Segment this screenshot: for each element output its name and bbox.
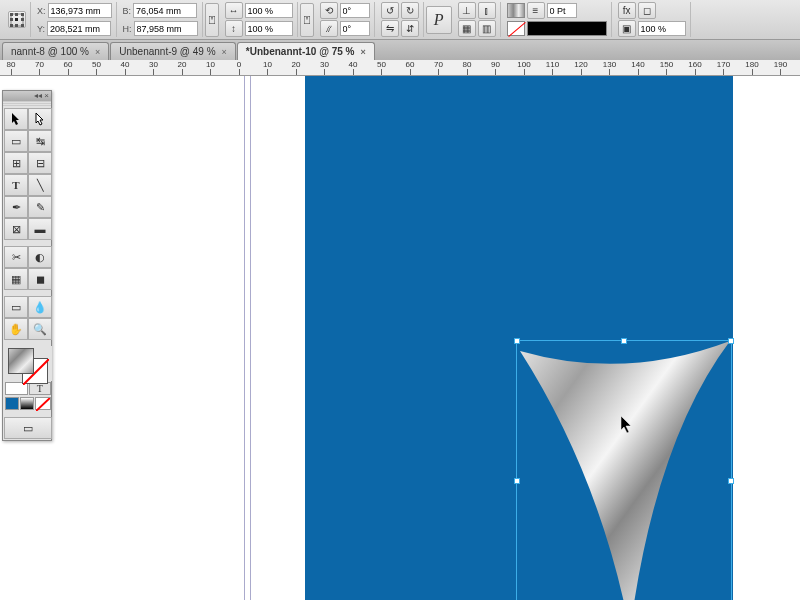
tab-label: Unbenannt-9 @ 49 % <box>119 46 215 57</box>
opacity-input[interactable] <box>638 21 686 36</box>
ruler-tick: 70 <box>428 60 450 75</box>
rotate-icon: ⟲ <box>320 2 338 19</box>
h-input[interactable] <box>134 21 198 36</box>
gap-tool[interactable]: ↹ <box>28 130 52 152</box>
pencil-tool[interactable]: ✎ <box>28 196 52 218</box>
svg-rect-7 <box>10 24 13 27</box>
shear-input[interactable] <box>340 21 370 36</box>
ruler-tick: 30 <box>143 60 165 75</box>
close-icon[interactable]: × <box>361 47 366 57</box>
page-tool[interactable]: ▭ <box>4 130 28 152</box>
color-swatches[interactable] <box>4 346 52 381</box>
apply-gradient-button[interactable] <box>20 397 34 410</box>
scissors-tool[interactable]: ✂ <box>4 246 28 268</box>
align-btn-3[interactable]: ▦ <box>458 20 476 37</box>
fill-group: ≡ <box>503 2 612 37</box>
fill-swatch[interactable] <box>507 3 525 18</box>
position-group: X: Y: <box>33 2 117 37</box>
align-btn-2[interactable]: ⫿ <box>478 2 496 19</box>
svg-line-11 <box>36 398 50 411</box>
rotate-cw-button[interactable]: ↻ <box>401 2 419 19</box>
stroke-weight-icon: ≡ <box>527 2 545 19</box>
scale-x-input[interactable] <box>245 3 293 18</box>
close-icon[interactable]: × <box>222 47 227 57</box>
anchor-point-button[interactable] <box>8 11 26 28</box>
y-input[interactable] <box>47 21 111 36</box>
flip-group: ↺↻ ⇋⇵ <box>377 2 424 37</box>
tab-doc-9[interactable]: Unbenannt-9 @ 49 %× <box>110 42 236 60</box>
stroke-swatch[interactable] <box>507 21 525 36</box>
flip-v-button[interactable]: ⇵ <box>401 20 419 37</box>
fx-button[interactable]: fx <box>618 2 636 19</box>
rotate-ccw-button[interactable]: ↺ <box>381 2 399 19</box>
clip-button[interactable]: ◻ <box>638 2 656 19</box>
rotate-input[interactable] <box>340 3 370 18</box>
scale-x-icon: ↔ <box>225 2 243 19</box>
close-icon[interactable]: × <box>95 47 100 57</box>
guide-line <box>244 76 245 600</box>
tab-doc-8[interactable]: nannt-8 @ 100 %× <box>2 42 109 60</box>
eyedropper-tool[interactable]: 💧 <box>28 296 52 318</box>
shear-icon: ⫽ <box>320 20 338 37</box>
selected-star-shape[interactable] <box>515 336 735 600</box>
view-mode-button[interactable]: ▭ <box>4 417 52 439</box>
toolbox-header[interactable]: ◂◂ × <box>3 91 51 101</box>
ruler-tick: 40 <box>342 60 364 75</box>
apply-none-button[interactable] <box>35 397 51 410</box>
scale-y-input[interactable] <box>245 21 293 36</box>
lock-scale-button[interactable]: ⍞ <box>300 3 314 37</box>
x-input[interactable] <box>48 3 112 18</box>
ruler-tick: 80 <box>0 60 22 75</box>
free-transform-tool[interactable]: ◐ <box>28 246 52 268</box>
svg-rect-8 <box>15 24 18 27</box>
cursor-icon <box>621 416 635 434</box>
fill-color-swatch[interactable] <box>8 348 34 374</box>
property-toolbar: X: Y: B: H: ⍞ ↔ ↕ ⍞ ⟲ <box>0 0 800 40</box>
svg-rect-1 <box>10 13 13 16</box>
content-placer-tool[interactable]: ⊟ <box>28 152 52 174</box>
wrap-button[interactable]: ▣ <box>618 20 636 37</box>
rectangle-frame-tool[interactable]: ⊠ <box>4 218 28 240</box>
ruler-tick: 50 <box>371 60 393 75</box>
canvas[interactable] <box>0 76 800 600</box>
ruler-tick: 170 <box>713 60 735 75</box>
stroke-input[interactable] <box>547 3 577 18</box>
w-label: B: <box>123 6 132 16</box>
x-label: X: <box>37 6 46 16</box>
flip-h-button[interactable]: ⇋ <box>381 20 399 37</box>
color-mode-row <box>4 396 52 411</box>
apply-color-button[interactable] <box>5 397 19 410</box>
ruler-tick: 50 <box>86 60 108 75</box>
content-collector-tool[interactable]: ⊞ <box>4 152 28 174</box>
w-input[interactable] <box>133 3 197 18</box>
selection-tool[interactable] <box>4 108 28 130</box>
workspace: ◂◂ × ▭ ↹ ⊞ ⊟ T ╲ ✒ ✎ ⊠ ▬ ✂ ◐ ▦ ◼ ▭ 💧 ✋ 🔍 <box>0 76 800 600</box>
align-btn-4[interactable]: ▥ <box>478 20 496 37</box>
gradient-swatch-tool[interactable]: ▦ <box>4 268 28 290</box>
scale-y-icon: ↕ <box>225 20 243 37</box>
paragraph-button[interactable]: P <box>426 6 452 34</box>
svg-rect-9 <box>21 24 24 27</box>
hand-tool[interactable]: ✋ <box>4 318 28 340</box>
ruler-tick: 110 <box>542 60 564 75</box>
scale-group: ↔ ↕ <box>221 2 298 37</box>
zoom-tool[interactable]: 🔍 <box>28 318 52 340</box>
ruler-tick: 120 <box>570 60 592 75</box>
gradient-swatch[interactable] <box>527 21 607 36</box>
direct-selection-tool[interactable] <box>28 108 52 130</box>
ruler-tick: 180 <box>741 60 763 75</box>
type-tool[interactable]: T <box>4 174 28 196</box>
rectangle-tool[interactable]: ▬ <box>28 218 52 240</box>
lock-aspect-button[interactable]: ⍞ <box>205 3 219 37</box>
line-tool[interactable]: ╲ <box>28 174 52 196</box>
ruler-tick: 10 <box>200 60 222 75</box>
size-group: B: H: <box>119 2 203 37</box>
pen-tool[interactable]: ✒ <box>4 196 28 218</box>
link-icon: ⍞ <box>209 14 215 25</box>
tab-doc-10[interactable]: *Unbenannt-10 @ 75 %× <box>237 42 375 60</box>
rotate-group: ⟲ ⫽ <box>316 2 375 37</box>
note-tool[interactable]: ▭ <box>4 296 28 318</box>
gradient-feather-tool[interactable]: ◼ <box>28 268 52 290</box>
align-btn-1[interactable]: ⊥ <box>458 2 476 19</box>
ruler-tick: 0 <box>228 60 250 75</box>
